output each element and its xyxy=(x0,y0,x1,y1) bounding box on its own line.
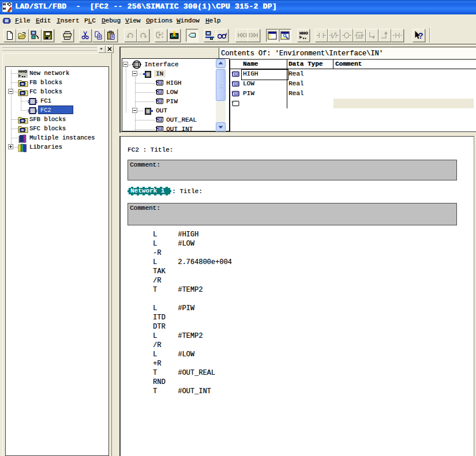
svg-text:?: ? xyxy=(418,31,423,40)
